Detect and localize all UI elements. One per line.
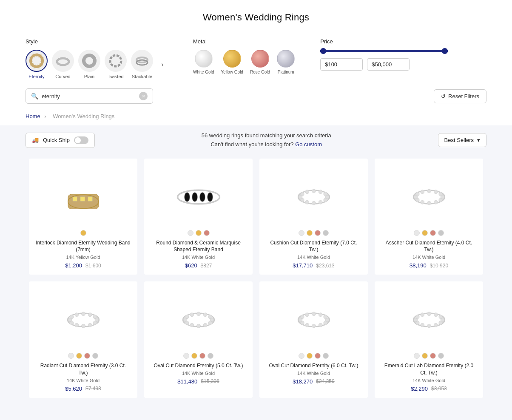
slider-thumb-min[interactable] — [320, 48, 326, 54]
color-swatch — [430, 353, 436, 359]
product-card[interactable]: Emerald Cut Lab Diamond Eternity (2.0 Ct… — [375, 281, 483, 398]
svg-point-60 — [196, 324, 200, 328]
page-header: Women's Wedding Rings — [0, 0, 512, 31]
style-item-plain[interactable]: Plain — [78, 50, 100, 79]
color-swatch — [323, 353, 329, 359]
product-card[interactable]: Round Diamond & Ceramic Marquise Shaped … — [144, 159, 253, 275]
breadcrumb-separator: › — [44, 113, 46, 119]
color-swatch — [191, 353, 197, 359]
clear-search-button[interactable]: ✕ — [139, 92, 148, 100]
ring-svg — [391, 165, 467, 225]
original-price: $15,306 — [201, 378, 219, 384]
quick-ship-switch[interactable] — [74, 136, 88, 144]
product-price: $2,290 $3,053 — [411, 386, 447, 392]
svg-point-20 — [319, 200, 322, 204]
svg-point-40 — [427, 189, 431, 193]
ring-svg — [160, 288, 237, 348]
color-swatch — [414, 230, 420, 236]
svg-point-91 — [420, 313, 424, 317]
product-price: $11,480 $15,306 — [177, 378, 219, 385]
svg-point-61 — [190, 323, 193, 327]
quick-ship-label: Quick Ship — [43, 137, 70, 143]
sort-button[interactable]: Best Sellers ▾ — [438, 133, 486, 147]
yellow-gold-swatch — [223, 50, 241, 68]
page-title: Women's Wedding Rings — [0, 12, 512, 23]
svg-point-28 — [319, 190, 322, 193]
color-swatch — [199, 353, 205, 359]
style-ring-eternity — [26, 50, 48, 72]
product-metal: 14K White Gold — [182, 371, 215, 376]
original-price: $827 — [201, 263, 212, 269]
style-item-stackable[interactable]: Stackable — [131, 50, 153, 79]
svg-point-55 — [93, 315, 97, 319]
svg-point-85 — [434, 323, 438, 327]
rose-gold-label: Rose Gold — [250, 70, 270, 74]
go-custom-link[interactable]: Go custom — [295, 141, 322, 148]
price-range-slider[interactable] — [320, 50, 448, 52]
price-inputs — [320, 58, 448, 71]
style-ring-curved — [52, 50, 74, 72]
style-label-stackable: Stackable — [132, 74, 152, 79]
quick-ship-toggle[interactable]: 🚚 Quick Ship — [26, 133, 95, 148]
style-item-curved[interactable]: Curved — [52, 50, 74, 79]
metal-white-gold[interactable]: White Gold — [193, 50, 214, 74]
style-item-twisted[interactable]: Twisted — [105, 50, 127, 79]
metal-rose-gold[interactable]: Rose Gold — [250, 50, 270, 74]
product-card[interactable]: Asscher Cut Diamond Eternity (4.0 Ct. Tw… — [375, 159, 483, 275]
product-metal: 14K White Gold — [297, 371, 330, 376]
product-name: Round Diamond & Ceramic Marquise Shaped … — [151, 239, 246, 254]
product-card[interactable]: Cushion Cut Diamond Eternity (7.0 Ct. Tw… — [259, 159, 368, 275]
ring-svg — [160, 165, 237, 225]
svg-point-86 — [427, 324, 431, 328]
metal-filter: Metal White Gold Yellow Gold Rose Gold P… — [193, 38, 295, 74]
breadcrumb-home[interactable]: Home — [26, 113, 40, 119]
svg-point-74 — [305, 323, 309, 327]
color-swatch — [188, 230, 193, 236]
product-card[interactable]: Interlock Diamond Eternity Wedding Band … — [29, 159, 137, 275]
metal-yellow-gold[interactable]: Yellow Gold — [221, 50, 243, 74]
product-metal: 14K White Gold — [182, 255, 215, 260]
product-image — [391, 288, 467, 348]
product-image — [45, 288, 122, 348]
svg-point-87 — [420, 323, 424, 327]
reset-filters-button[interactable]: ↺ Reset Filters — [434, 89, 486, 103]
toggle-dot — [75, 137, 81, 143]
color-swatch — [315, 353, 321, 359]
slider-track — [320, 50, 448, 52]
search-reset-row: 🔍 ✕ ↺ Reset Filters — [0, 83, 512, 109]
breadcrumb: Home › Women's Wedding Rings — [0, 109, 512, 125]
svg-point-35 — [420, 200, 424, 204]
color-swatch — [299, 353, 304, 359]
product-card[interactable]: Oval Cut Diamond Eternity (5.0 Ct. Tw.) … — [144, 281, 253, 398]
price-filter-label: Price — [320, 38, 448, 45]
svg-point-3 — [84, 55, 95, 66]
product-price: $18,270 $24,359 — [293, 378, 334, 385]
slider-thumb-max[interactable] — [442, 48, 448, 54]
style-item-eternity[interactable]: Eternity — [26, 50, 48, 79]
svg-point-53 — [81, 312, 85, 316]
product-price: $5,620 $7,493 — [65, 386, 101, 392]
search-input[interactable] — [42, 93, 136, 99]
svg-point-47 — [81, 324, 85, 328]
style-ring-stackable — [131, 50, 153, 72]
color-swatch — [323, 230, 329, 236]
reset-label: Reset Filters — [448, 93, 479, 99]
color-swatches — [80, 230, 86, 236]
metal-platinum[interactable]: Platinum — [277, 50, 295, 74]
svg-point-19 — [323, 198, 327, 202]
price-min-input[interactable] — [320, 58, 363, 71]
svg-point-46 — [88, 323, 92, 327]
color-swatches — [68, 353, 98, 359]
price-filter: Price — [320, 38, 448, 71]
style-chevron-icon[interactable]: › — [157, 60, 168, 70]
svg-point-32 — [438, 198, 442, 202]
product-name: Oval Cut Diamond Eternity (5.0 Ct. Tw.) — [154, 362, 243, 369]
style-filter: Style Eternity — [26, 38, 168, 79]
style-ring-twisted — [105, 50, 127, 72]
svg-point-22 — [305, 200, 309, 204]
product-card[interactable]: Oval Cut Diamond Eternity (6.0 Ct. Tw.) … — [259, 281, 368, 398]
price-max-input[interactable] — [367, 58, 410, 71]
results-count: 56 wedding rings found matching your sea… — [202, 131, 331, 140]
product-card[interactable]: Radiant Cut Diamond Eternity (3.0 Ct. Tw… — [29, 281, 137, 398]
chevron-down-icon: ▾ — [477, 137, 480, 143]
